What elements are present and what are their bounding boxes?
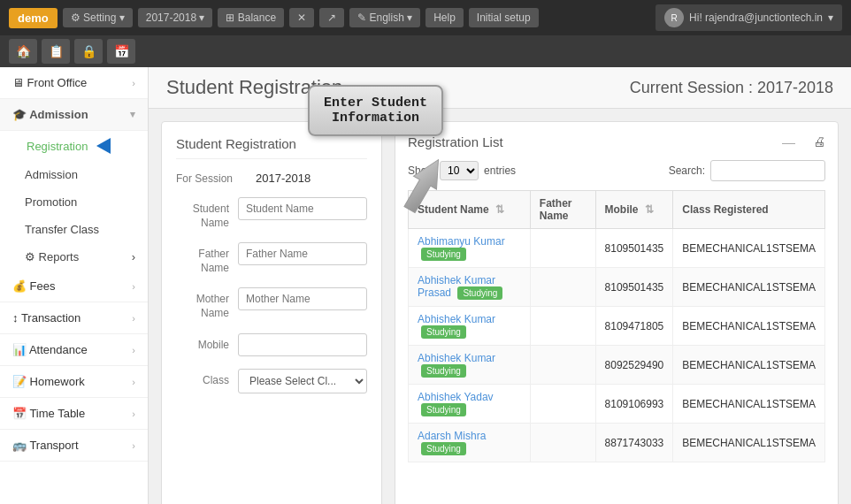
fees-arrow: ›	[132, 281, 135, 292]
class-select[interactable]: Please Select Cl...	[238, 369, 367, 393]
lock-icon-btn[interactable]: 🔒	[74, 39, 103, 64]
transaction-label: ↕ Transaction	[12, 311, 80, 325]
mother-name-input[interactable]	[238, 287, 367, 310]
panels-container: Student Registration For Session 2017-20…	[149, 109, 851, 504]
timetable-label: 📅 Time Table	[12, 407, 85, 420]
cell-student-name[interactable]: Abhimanyu Kumar Studying	[409, 229, 531, 268]
status-badge: Studying	[421, 442, 466, 455]
tooltip-line2: Information	[332, 111, 419, 126]
sort-icon-mobile: ⇅	[645, 203, 654, 216]
expand-button[interactable]: ↗	[319, 8, 344, 27]
mobile-input[interactable]	[238, 333, 367, 356]
right-panel-title: Registration List 🖨 —	[408, 134, 825, 149]
user-info[interactable]: R Hi! rajendra@junctiontech.in ▾	[656, 4, 842, 31]
homework-label: 📝 Homework	[12, 375, 85, 388]
calendar-icon-btn[interactable]: 📅	[107, 39, 135, 64]
search-input[interactable]	[710, 160, 825, 181]
student-name-input[interactable]	[238, 197, 367, 220]
student-link[interactable]: Abhishek Kumar	[418, 313, 495, 325]
table-row: Abhimanyu Kumar Studying 8109501435 BEME…	[409, 229, 825, 268]
panel-dash-icon[interactable]: —	[782, 134, 795, 149]
student-link[interactable]: Abhimanyu Kumar	[418, 235, 505, 248]
sidebar-item-attendance[interactable]: 📊 Attendance ›	[0, 334, 148, 366]
language-button[interactable]: ✎ English ▾	[349, 8, 420, 27]
cell-father-name	[530, 346, 595, 385]
cell-father-name	[530, 424, 595, 462]
brand-logo[interactable]: demo	[9, 8, 58, 28]
promotion-label: Promotion	[25, 195, 77, 209]
sidebar-item-transfer-class[interactable]: Transfer Class	[0, 216, 148, 243]
mother-name-label: Mother Name	[176, 287, 238, 320]
front-office-label: 🖥 Front Office	[12, 76, 87, 89]
status-badge: Studying	[457, 286, 502, 300]
left-panel: Student Registration For Session 2017-20…	[161, 121, 382, 504]
user-dropdown-arrow: ▾	[828, 11, 833, 24]
table-row: Abhishek Kumar Studying 8109471805 BEMEC…	[409, 307, 825, 346]
sidebar-item-admission-sub[interactable]: Admission	[0, 161, 148, 188]
close-x-button[interactable]: ✕	[289, 8, 314, 27]
main-content: Student Registration Current Session : 2…	[149, 67, 851, 504]
cell-student-name[interactable]: Adarsh Mishra Studying	[409, 424, 531, 462]
cell-class-registered: BEMECHANICAL1STSEMA	[673, 385, 825, 424]
sort-icon-student: ⇅	[495, 203, 504, 216]
cell-class-registered: BEMECHANICAL1STSEMA	[673, 268, 825, 307]
class-label: Class	[176, 369, 238, 393]
sidebar-item-fees[interactable]: 💰 Fees ›	[0, 271, 148, 302]
cell-student-name[interactable]: Abhishek Kumar Studying	[409, 307, 531, 346]
search-box: Search:	[669, 160, 825, 181]
cell-father-name	[530, 229, 595, 268]
home-icon-btn[interactable]: 🏠	[9, 39, 37, 64]
sidebar-item-transaction[interactable]: ↕ Transaction ›	[0, 302, 148, 334]
col-class-registered[interactable]: Class Registered	[673, 191, 825, 229]
cell-father-name	[530, 385, 595, 424]
sidebar-item-front-office[interactable]: 🖥 Front Office ›	[0, 67, 148, 99]
entries-label: entries	[484, 164, 516, 177]
mobile-label: Mobile	[176, 333, 238, 356]
sidebar-item-reports[interactable]: ⚙ Reports ›	[0, 243, 148, 271]
col-mobile[interactable]: Mobile ⇅	[595, 191, 673, 229]
setting-button[interactable]: ⚙ Setting ▾	[63, 8, 133, 27]
table-row: Adarsh Mishra Studying 8871743033 BEMECH…	[409, 424, 825, 462]
mobile-input-wrap	[238, 333, 367, 356]
session-button[interactable]: 2017-2018 ▾	[138, 8, 213, 27]
session-info: Current Session : 2017-2018	[630, 79, 833, 97]
sidebar: 🖥 Front Office › 🎓 Admission ▾ Registrat…	[0, 67, 149, 504]
balance-button[interactable]: ⊞ Balance	[218, 8, 284, 27]
sidebar-item-timetable[interactable]: 📅 Time Table ›	[0, 398, 148, 430]
left-panel-title: Student Registration	[176, 136, 367, 159]
sidebar-item-promotion[interactable]: Promotion	[0, 188, 148, 216]
father-name-input[interactable]	[238, 242, 367, 265]
help-button[interactable]: Help	[426, 8, 464, 27]
student-link[interactable]: Abhishek Kumar	[418, 352, 495, 364]
sidebar-item-admission[interactable]: 🎓 Admission ▾	[0, 99, 148, 131]
cell-student-name[interactable]: Abhishek Yadav Studying	[409, 385, 531, 424]
cell-father-name	[530, 268, 595, 307]
docs-icon-btn[interactable]: 📋	[42, 39, 70, 64]
student-link[interactable]: Adarsh Mishra	[418, 430, 486, 442]
cell-student-name[interactable]: Abhishek Kumar Studying	[409, 346, 531, 385]
sidebar-item-transport[interactable]: 🚌 Transport ›	[0, 430, 148, 462]
cell-class-registered: BEMECHANICAL1STSEMA	[673, 346, 825, 385]
col-father-name[interactable]: Father Name	[530, 191, 595, 229]
mother-name-group: Mother Name	[176, 287, 367, 320]
cell-mobile: 8871743033	[595, 424, 673, 462]
cell-mobile: 8109471805	[595, 307, 673, 346]
cell-student-name[interactable]: Abhishek Kumar Prasad Studying	[409, 268, 531, 307]
sidebar-item-registration[interactable]: Registration	[0, 131, 148, 161]
transport-arrow: ›	[132, 440, 135, 451]
fees-label: 💰 Fees	[12, 279, 56, 293]
status-badge: Studying	[421, 364, 466, 378]
student-link[interactable]: Abhishek Yadav	[418, 391, 494, 403]
initial-setup-button[interactable]: Initial setup	[469, 8, 539, 27]
transaction-arrow: ›	[132, 313, 135, 324]
homework-arrow: ›	[132, 377, 135, 387]
sidebar-item-homework[interactable]: 📝 Homework ›	[0, 366, 148, 398]
right-panel: Registration List 🖨 — Show 10 25 50 entr…	[395, 121, 839, 504]
user-label: Hi! rajendra@junctiontech.in	[689, 11, 823, 24]
reports-arrow: ›	[132, 250, 135, 263]
timetable-arrow: ›	[132, 409, 135, 419]
print-icon[interactable]: 🖨	[813, 134, 825, 149]
cell-father-name	[530, 307, 595, 346]
cell-mobile: 8109106993	[595, 385, 673, 424]
cell-class-registered: BEMECHANICAL1STSEMA	[673, 307, 825, 346]
